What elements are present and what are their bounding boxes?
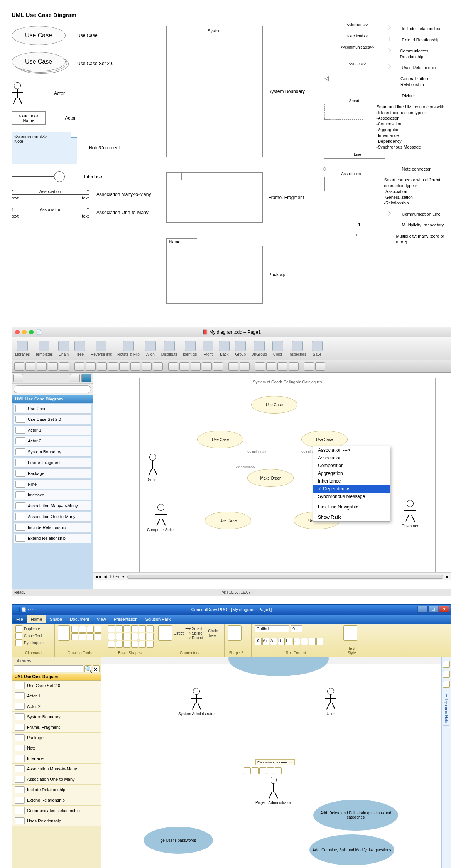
library-item[interactable]: Association One-to-Many — [12, 774, 101, 785]
library-item[interactable]: Extend Relationship — [14, 533, 91, 543]
toolbar-chain[interactable]: Chain — [58, 341, 69, 356]
sidebar-header[interactable]: UML Use Case Diagram — [12, 395, 93, 403]
panel-icon[interactable] — [443, 661, 450, 668]
basic-shape[interactable] — [139, 625, 146, 632]
subtool-btn[interactable] — [74, 362, 84, 371]
side-toggle-2[interactable] — [70, 374, 80, 382]
library-item[interactable]: Note — [14, 479, 91, 489]
library-item[interactable]: Include Relationship — [14, 522, 91, 532]
library-item[interactable]: Association One-to-Many — [14, 512, 91, 522]
menu-item[interactable]: Composition — [313, 462, 390, 469]
ribbon-tab[interactable]: Document — [66, 615, 93, 623]
actor-node[interactable]: Project Administrator — [255, 777, 291, 805]
usecase-node[interactable]: Use Case — [197, 431, 243, 448]
usecase-node[interactable]: Use Case — [251, 396, 297, 414]
basic-shape[interactable] — [139, 641, 146, 648]
close-icon[interactable] — [15, 330, 20, 334]
subtool-btn[interactable] — [59, 362, 69, 371]
library-item[interactable]: Uses Relationship — [12, 816, 101, 826]
connector-opt[interactable]: ⟶ Round — [185, 636, 203, 640]
select-tool[interactable] — [58, 625, 70, 641]
library-item[interactable]: Communicates Relationship — [12, 806, 101, 816]
win-canvas[interactable]: ge User's passwordsAdd, Delete and Edit … — [101, 657, 441, 868]
connector-opt[interactable]: ⟶ Smart — [185, 627, 203, 631]
toolbar-group[interactable]: Group — [235, 341, 246, 356]
actor-node[interactable]: Computer Seller — [147, 504, 175, 532]
draw-tool[interactable] — [95, 633, 101, 640]
usecase-ellipse[interactable]: Add, Combine, Split and Modify risk ques… — [309, 834, 394, 865]
zoom-icon[interactable] — [29, 330, 34, 334]
library-item[interactable]: Package — [14, 468, 91, 478]
clipboard-item[interactable]: Clone Tool — [15, 632, 51, 639]
connector-side[interactable]: ⎍ Tree — [204, 633, 218, 638]
subtool-btn[interactable] — [240, 362, 250, 371]
subtool-btn[interactable] — [289, 362, 299, 371]
library-item[interactable]: Use Case — [14, 404, 91, 414]
toolbar-inspectors[interactable]: Inspectors — [289, 341, 306, 356]
subtool-btn[interactable] — [228, 362, 238, 371]
menu-item[interactable]: Inheritance — [313, 477, 390, 485]
basic-shape[interactable] — [147, 625, 154, 632]
text-style-button[interactable] — [343, 625, 357, 641]
direct-connector[interactable] — [158, 625, 172, 641]
side-toggle-1[interactable] — [13, 374, 23, 382]
toolbar-back[interactable]: Back — [219, 341, 230, 356]
subtool-btn[interactable] — [277, 362, 287, 371]
subtool-btn[interactable] — [14, 362, 24, 371]
subtool-btn[interactable] — [119, 362, 129, 371]
library-item[interactable]: System Boundary — [12, 712, 101, 722]
toolbar-libraries[interactable]: Libraries — [15, 341, 30, 356]
basic-shape[interactable] — [116, 633, 123, 640]
close-lib-icon[interactable]: ✕ — [93, 665, 100, 672]
connector-side[interactable]: ⎍ Chain — [204, 629, 218, 633]
library-item[interactable]: Actor 2 — [14, 436, 91, 446]
subtool-btn[interactable] — [255, 362, 265, 371]
toolbar-rotate---flip[interactable]: Rotate & Flip — [117, 341, 140, 356]
dynamic-help-tab[interactable]: ℹ Dynamic Help — [443, 691, 449, 726]
subtool-btn[interactable] — [142, 362, 152, 371]
mini-toolbar[interactable] — [244, 767, 282, 774]
subtool-btn[interactable] — [153, 362, 163, 371]
actor-node[interactable]: User — [325, 688, 336, 716]
actor-node[interactable]: Seller — [147, 454, 159, 482]
library-item[interactable]: Package — [12, 733, 101, 743]
subtool-btn[interactable] — [25, 362, 35, 371]
toolbar-distribute[interactable]: Distribute — [161, 341, 177, 356]
library-item[interactable]: Use Case Set 2.0 — [12, 681, 101, 691]
font-name-input[interactable] — [255, 625, 289, 632]
basic-shape[interactable] — [123, 633, 130, 640]
ribbon-tab[interactable]: Solution Park — [141, 615, 174, 623]
library-item[interactable]: Interface — [12, 753, 101, 764]
connector-context-menu[interactable]: Association --->AssociationCompositionAg… — [313, 446, 390, 522]
usecase-node[interactable]: Make Order — [247, 469, 294, 487]
search-icon[interactable] — [81, 374, 91, 382]
minimize-button[interactable]: _ — [417, 606, 428, 613]
usecase-ellipse[interactable] — [228, 657, 329, 676]
ribbon-tab[interactable]: Home — [27, 615, 46, 623]
win-side-header[interactable]: UML Use Case Diagram — [12, 674, 101, 681]
toolbar-ungroup[interactable]: UnGroup — [251, 341, 267, 356]
win-menubar[interactable]: File HomeShapeDocumentViewPresentationSo… — [12, 615, 451, 624]
grow-font[interactable]: A↑ — [262, 638, 269, 645]
library-item[interactable]: Frame, Fragment — [12, 722, 101, 733]
basic-shape[interactable] — [108, 641, 115, 648]
draw-tool[interactable] — [79, 633, 86, 640]
subtool-btn[interactable] — [304, 362, 314, 371]
panel-icon[interactable] — [443, 681, 450, 688]
basic-shape[interactable] — [108, 625, 115, 632]
basic-shape[interactable] — [116, 641, 123, 648]
basic-shape[interactable] — [116, 625, 123, 632]
library-item[interactable]: Actor 1 — [12, 691, 101, 701]
draw-tool[interactable] — [71, 633, 78, 640]
subtool-btn[interactable] — [202, 362, 212, 371]
draw-tool[interactable] — [71, 626, 78, 633]
toolbar-identical[interactable]: Identical — [183, 341, 197, 356]
subtool-btn[interactable] — [191, 362, 201, 371]
subtool-btn[interactable] — [48, 362, 58, 371]
usecase-ellipse[interactable]: Add, Delete and Edit strain questions an… — [313, 800, 398, 831]
subtool-btn[interactable] — [37, 362, 47, 371]
toolbar-color[interactable]: Color — [272, 341, 283, 356]
menu-item[interactable]: Show Ratio — [313, 513, 390, 521]
subtool-btn[interactable] — [168, 362, 178, 371]
toolbar-save[interactable]: Save — [312, 341, 323, 356]
